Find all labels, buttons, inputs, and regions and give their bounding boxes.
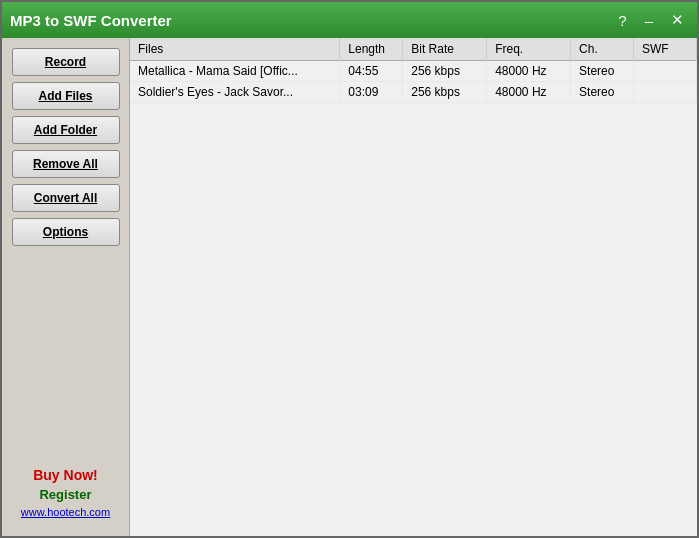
table-header-row: Files Length Bit Rate Freq. Ch. SWF	[130, 38, 697, 61]
table-cell-1-0: Soldier's Eyes - Jack Savor...	[130, 82, 340, 103]
table-cell-1-5	[634, 82, 697, 103]
help-button[interactable]: ?	[613, 10, 631, 31]
table-row[interactable]: Soldier's Eyes - Jack Savor...03:09256 k…	[130, 82, 697, 103]
minimize-button[interactable]: –	[640, 10, 658, 31]
table-cell-0-1: 04:55	[340, 61, 403, 82]
sidebar: Record Add Files Add Folder Remove All C…	[2, 38, 130, 536]
table-cell-0-3: 48000 Hz	[487, 61, 571, 82]
col-header-files: Files	[130, 38, 340, 61]
table-cell-1-2: 256 kbps	[403, 82, 487, 103]
convert-all-button[interactable]: Convert All	[12, 184, 120, 212]
website-link[interactable]: www.hootech.com	[21, 506, 110, 518]
buy-now-link[interactable]: Buy Now!	[33, 467, 98, 483]
col-header-freq: Freq.	[487, 38, 571, 61]
add-files-button[interactable]: Add Files	[12, 82, 120, 110]
title-bar-buttons: ? – ✕	[613, 9, 689, 31]
col-header-swf: SWF	[634, 38, 697, 61]
table-cell-1-4: Stereo	[571, 82, 634, 103]
content-area: Files Length Bit Rate Freq. Ch. SWF Meta…	[130, 38, 697, 536]
table-cell-1-1: 03:09	[340, 82, 403, 103]
options-button[interactable]: Options	[12, 218, 120, 246]
register-link[interactable]: Register	[39, 487, 91, 502]
table-cell-0-4: Stereo	[571, 61, 634, 82]
table-row[interactable]: Metallica - Mama Said [Offic...04:55256 …	[130, 61, 697, 82]
col-header-length: Length	[340, 38, 403, 61]
table-cell-0-0: Metallica - Mama Said [Offic...	[130, 61, 340, 82]
table-cell-0-5	[634, 61, 697, 82]
title-bar: MP3 to SWF Converter ? – ✕	[2, 2, 697, 38]
file-table-body: Metallica - Mama Said [Offic...04:55256 …	[130, 61, 697, 103]
add-folder-button[interactable]: Add Folder	[12, 116, 120, 144]
col-header-ch: Ch.	[571, 38, 634, 61]
window-title: MP3 to SWF Converter	[10, 12, 172, 29]
close-button[interactable]: ✕	[666, 9, 689, 31]
table-cell-0-2: 256 kbps	[403, 61, 487, 82]
file-table: Files Length Bit Rate Freq. Ch. SWF Meta…	[130, 38, 697, 103]
record-button[interactable]: Record	[12, 48, 120, 76]
remove-all-button[interactable]: Remove All	[12, 150, 120, 178]
main-area: Record Add Files Add Folder Remove All C…	[2, 38, 697, 536]
table-cell-1-3: 48000 Hz	[487, 82, 571, 103]
col-header-bitrate: Bit Rate	[403, 38, 487, 61]
main-window: MP3 to SWF Converter ? – ✕ Record Add Fi…	[0, 0, 699, 538]
sidebar-bottom: Buy Now! Register www.hootech.com	[21, 467, 110, 526]
